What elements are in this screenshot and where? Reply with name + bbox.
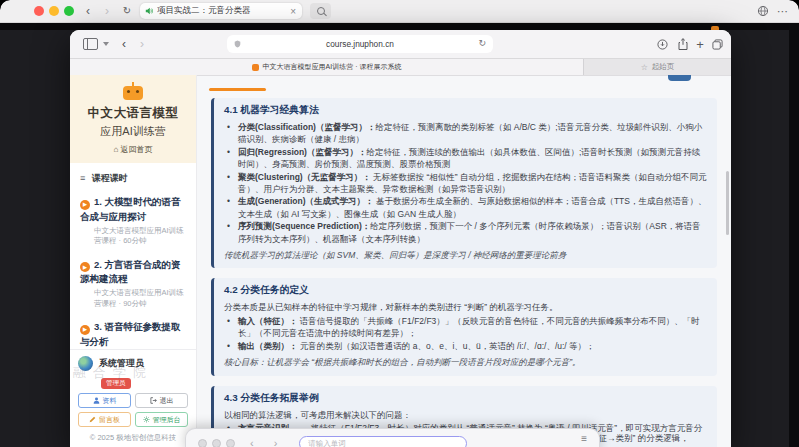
tab-overview-icon[interactable] [710,30,724,58]
shield-icon [234,40,241,48]
back-icon[interactable]: ‹ [250,437,254,447]
scrollbar[interactable] [726,171,729,235]
safari-toolbar: ‹ › course.jnuphon.cn ↻ + [70,30,731,59]
reload-icon[interactable]: ↻ [119,0,135,22]
message-board-button[interactable]: 留言板 [78,412,131,427]
new-tab-icon[interactable]: + [694,30,706,58]
play-icon: ▶ [80,200,90,210]
user-name: 系统管理员 [99,357,144,370]
section-title: 4.1 机器学习经典算法 [224,104,707,117]
close-tab-icon[interactable]: × [289,6,297,17]
section-title: 4.3 分类任务拓展举例 [224,392,707,405]
play-icon: ▶ [80,325,90,335]
course-favicon [252,64,259,71]
popup-zoom-button[interactable] [226,439,235,447]
lesson-item-2[interactable]: ▶2. 方言语音合成的资源构建流程 中文大语言模型应用AI训练营课程 · 90分… [70,251,196,314]
bullet-list: 分类(Classification)（监督学习）：给定特征，预测离散的类别标签（… [224,121,707,245]
list-icon: ≡ [80,173,85,183]
section-note: 核心目标：让机器学会 “根据共振峰和时长的组合，自动判断一段语音片段对应的是哪个… [224,356,707,368]
tab-course-site[interactable]: 中文大语言模型应用AI训练营 · 课程展示系统 [70,59,583,75]
back-icon[interactable]: ‹ [118,30,130,58]
reload-icon[interactable]: ↻ [478,38,486,48]
user-panel: 融合学院 系统管理员 管理员 资料 退出 [70,349,196,447]
lesson-section-header: ≡ 课程课时 [70,163,196,188]
lesson-content: 4.1 机器学习经典算法 分类(Classification)（监督学习）：给定… [197,75,731,447]
tab-label: 中文大语言模型应用AI训练营 · 课程展示系统 [263,62,402,72]
word-input[interactable] [299,436,467,447]
logout-button[interactable]: 退出 [135,393,188,408]
outer-tab-title: 项目实战二：元音分类器 [157,5,289,17]
home-link[interactable]: ⌂ 返回首页 [74,144,192,155]
share-icon[interactable] [676,30,690,58]
profile-button[interactable]: 资料 [78,393,131,408]
bullet: 输出（类别）： 元音的类别（如汉语普通话的 a、o、e、i、u、ü，英语的 /i… [236,340,707,352]
safari-window: ‹ › course.jnuphon.cn ↻ + [70,30,731,447]
screen: ‹ › ↻ 项目实战二：元音分类器 × ⋯ ‹ › [0,0,799,447]
zoom-window-button[interactable] [64,6,74,16]
bullet: 回归(Regression)（监督学习）：给定特征，预测连续的数值输出（如具体数… [236,146,707,171]
role-badge: 管理员 [101,378,131,389]
dictionary-popup: ‹ › ≡ [185,428,600,447]
tab-label: 起始页 [652,62,675,72]
speaker-icon [145,7,153,15]
forward-icon[interactable]: › [136,30,148,58]
forward-icon[interactable]: › [274,437,278,447]
outer-browser-chrome: ‹ › ↻ 项目实战二：元音分类器 × ⋯ [0,0,799,23]
address-bar[interactable]: course.jnuphon.cn ↻ [227,35,493,53]
person-icon [93,397,100,404]
section-intro: 以相同的算法逻辑，可考虑用来解决以下的问题： [224,409,707,421]
popup-minimize-button[interactable] [212,439,221,447]
popup-close-button[interactable] [198,439,207,447]
back-icon[interactable]: ‹ [80,0,96,22]
lesson-item-1[interactable]: ▶1. 大模型时代的语音合成与应用探讨 中文大语言模型应用AI训练营课程 · 6… [70,188,196,251]
brand-title: 中文大语言模型 [74,105,192,122]
search-button[interactable] [310,3,331,19]
close-window-button[interactable] [34,6,44,16]
section-note: 传统机器学习的算法理论（如 SVM、聚类、回归等）是深度学习 / 神经网络的重要… [224,249,707,261]
bullet-list: 输入（特征）： 语音信号提取的「共振峰（F1/F2/F3）」（反映元音的音色特征… [224,315,707,352]
sidebar-toggle-icon[interactable] [82,30,98,58]
section-title: 4.2 分类任务的定义 [224,284,707,297]
gear-icon [143,416,150,423]
download-icon[interactable] [655,30,669,58]
robot-icon [123,86,143,100]
lesson-meta: 中文大语言模型应用AI训练营课程 · 90分钟 [80,288,186,309]
bullet: 生成(Generation)（生成式学习）： 基于数据分布生成全新的、与原始数据… [236,195,707,220]
copyright: © 2025 极地智创信息科技 [78,433,188,443]
bullet: 聚类(Clustering)（无监督学习）： 无标签数据按 “相似性” 自动分组… [236,171,707,196]
chevron-down-icon[interactable] [101,30,111,58]
page-body: 中文大语言模型 应用AI训练营 ⌂ 返回首页 ≡ 课程课时 ▶1. 大模型时代的… [70,75,731,447]
home-icon: ⌂ [113,145,118,154]
active-tab-indicator [209,88,266,91]
section-4-1: 4.1 机器学习经典算法 分类(Classification)（监督学习）：给定… [211,98,717,268]
pencil-icon [89,416,96,423]
scrolled-button-sliver[interactable] [668,75,691,81]
globe-icon[interactable] [757,5,769,17]
course-sidebar: 中文大语言模型 应用AI训练营 ⌂ 返回首页 ≡ 课程课时 ▶1. 大模型时代的… [70,75,197,447]
safari-tab-bar: 中文大语言模型应用AI训练营 · 课程展示系统 ☆ 起始页 [70,59,731,76]
bullet: 序列预测(Sequence Prediction)：给定序列数据，预测下一个 /… [236,220,707,245]
brand-subtitle: 应用AI训练营 [74,124,192,139]
bullet: 输入（特征）： 语音信号提取的「共振峰（F1/F2/F3）」（反映元音的音色特征… [236,315,707,340]
forward-icon[interactable]: › [99,0,115,22]
search-icon [317,7,325,15]
more-options-icon[interactable]: ⋯ [777,5,789,18]
section-intro: 分类本质是从已知样本的特征中学习规律，对新样本的类别进行 “判断” 的机器学习任… [224,301,707,313]
bullet: 分类(Classification)（监督学习）：给定特征，预测离散的类别标签（… [236,121,707,146]
logout-icon [150,397,157,404]
section-4-2: 4.2 分类任务的定义 分类本质是从已知样本的特征中学习规律，对新样本的类别进行… [211,278,717,375]
outer-browser-tab[interactable]: 项目实战二：元音分类器 × [140,3,302,19]
desktop-dark-edge [789,22,799,447]
admin-console-button[interactable]: 管理后台 [135,412,188,427]
tab-start-page[interactable]: ☆ 起始页 [583,59,731,75]
desktop-dark-strip [0,22,799,30]
minimize-window-button[interactable] [49,6,59,16]
clipped-text-line: 特征→类别” 的分类逻辑， [590,433,689,445]
brand-header: 中文大语言模型 应用AI训练营 ⌂ 返回首页 [70,75,196,163]
url-text: course.jnuphon.cn [326,39,394,49]
menu-icon[interactable]: ≡ [581,433,587,444]
star-icon: ☆ [641,63,648,72]
avatar [78,356,93,371]
play-icon: ▶ [80,262,90,272]
lesson-meta: 中文大语言模型应用AI训练营课程 · 60分钟 [80,226,186,247]
